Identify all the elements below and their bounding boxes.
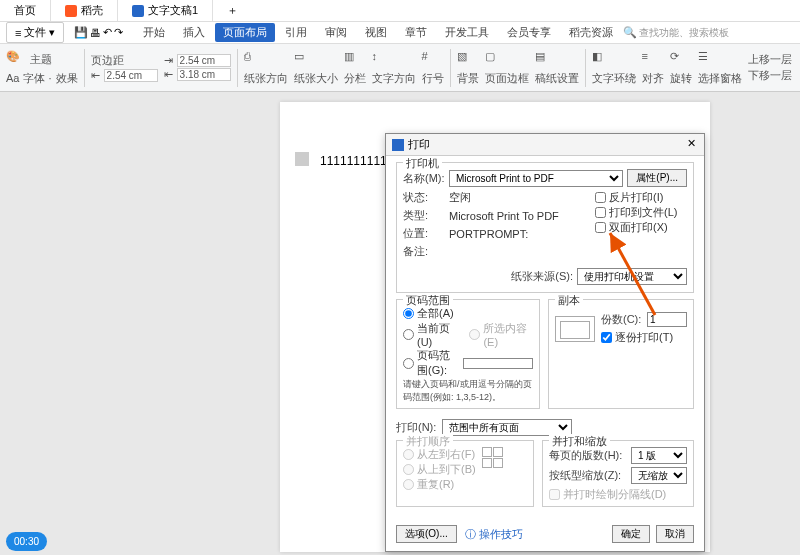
align-icon[interactable]: ≡ <box>642 50 662 70</box>
tofile-checkbox[interactable] <box>595 207 606 218</box>
pages-input[interactable] <box>463 358 533 369</box>
range-group: 页码范围 全部(A) 当前页(U) 所选内容(E) 页码范围(G): 请键入页码… <box>396 299 540 409</box>
pages-per-sheet-select[interactable]: 1 版 <box>631 447 687 464</box>
printer-group: 打印机 名称(M): Microsoft Print to PDF 属性(P).… <box>396 162 694 293</box>
time-badge: 00:30 <box>6 532 47 551</box>
margin-left[interactable]: 2.54 cm <box>104 69 158 82</box>
pagesize-icon[interactable]: ▭ <box>294 50 314 70</box>
orientation-icon[interactable]: ⎙ <box>244 50 264 70</box>
tab-app[interactable]: 稻壳 <box>51 0 118 21</box>
paper-icon[interactable]: ▤ <box>535 50 555 70</box>
margin-top[interactable]: 2.54 cm <box>177 54 231 67</box>
scale-select[interactable]: 无缩放 <box>631 467 687 484</box>
tips-link[interactable]: ⓘ 操作技巧 <box>465 527 523 542</box>
qat-save-icon[interactable]: 💾 <box>74 26 88 39</box>
lineno-icon[interactable]: # <box>422 50 442 70</box>
flame-icon <box>65 5 77 17</box>
dialog-title: 打印 <box>408 137 430 152</box>
border-icon[interactable]: ▢ <box>485 50 505 70</box>
effects-button[interactable]: 效果 <box>56 71 78 86</box>
menu-section[interactable]: 章节 <box>397 23 435 42</box>
bring-forward[interactable]: 上移一层 <box>748 52 792 67</box>
margin-bottom[interactable]: 3.18 cm <box>177 68 231 81</box>
scale-group: 并打和缩放 每页的版数(H):1 版 按纸型缩放(Z):无缩放 并打时绘制分隔线… <box>542 440 694 507</box>
menu-layout[interactable]: 页面布局 <box>215 23 275 42</box>
copies-input[interactable] <box>647 312 687 327</box>
page-marker-icon <box>295 152 309 166</box>
range-all-radio[interactable] <box>403 308 414 319</box>
selpane-icon[interactable]: ☰ <box>698 50 718 70</box>
range-sel-radio <box>469 329 480 340</box>
wrap-icon[interactable]: ◧ <box>592 50 612 70</box>
pages-note: 请键入页码和/或用逗号分隔的页码范围(例如: 1,3,5-12)。 <box>403 378 533 404</box>
order-preview-icon <box>482 447 503 492</box>
search-placeholder[interactable]: 查找功能、搜索模板 <box>639 26 729 40</box>
close-icon[interactable]: ✕ <box>684 138 698 152</box>
columns-icon[interactable]: ▥ <box>344 50 364 70</box>
draw-border-checkbox <box>549 489 560 500</box>
qat-print-icon[interactable]: 🖶 <box>90 27 101 39</box>
reverse-checkbox[interactable] <box>595 192 606 203</box>
send-backward[interactable]: 下移一层 <box>748 68 792 83</box>
order-repeat-radio <box>403 479 414 490</box>
printer-type: Microsoft Print To PDF <box>449 210 559 222</box>
menu-vip[interactable]: 会员专享 <box>499 23 559 42</box>
cancel-button[interactable]: 取消 <box>656 525 694 543</box>
search-icon[interactable]: 🔍 <box>623 26 637 39</box>
range-pages-radio[interactable] <box>403 358 414 369</box>
doc-icon <box>132 5 144 17</box>
print-dialog: 打印 ✕ 打印机 名称(M): Microsoft Print to PDF 属… <box>385 133 705 552</box>
grp-theme: 🎨主题 Aa 字体·效果 <box>6 50 78 86</box>
printer-icon <box>392 139 404 151</box>
grp-margin: 页边距 ⇤2.54 cm <box>91 53 158 82</box>
duplex-checkbox[interactable] <box>595 222 606 233</box>
tab-home[interactable]: 首页 <box>0 0 51 21</box>
file-menu[interactable]: ≡文件▾ <box>6 22 64 43</box>
palette-icon[interactable]: 🎨 <box>6 50 26 70</box>
collate-checkbox[interactable] <box>601 332 612 343</box>
printer-where: PORTPROMPT: <box>449 228 528 240</box>
dialog-titlebar[interactable]: 打印 ✕ <box>386 134 704 156</box>
tab-doc[interactable]: 文字文稿1 <box>118 0 213 21</box>
order-lr-radio <box>403 449 414 460</box>
bg-icon[interactable]: ▧ <box>457 50 477 70</box>
qat-undo-icon[interactable]: ↶ <box>103 26 112 39</box>
printer-status: 空闲 <box>449 190 471 205</box>
rotate-icon[interactable]: ⟳ <box>670 50 690 70</box>
menu-review[interactable]: 审阅 <box>317 23 355 42</box>
ribbon: 🎨主题 Aa 字体·效果 页边距 ⇤2.54 cm ⇥2.54 cm ⇤3.18… <box>0 44 800 92</box>
menu-res[interactable]: 稻壳资源 <box>561 23 621 42</box>
menu-view[interactable]: 视图 <box>357 23 395 42</box>
menu-start[interactable]: 开始 <box>135 23 173 42</box>
order-group: 并打顺序 从左到右(F) 从上到下(B) 重复(R) <box>396 440 534 507</box>
menu-dev[interactable]: 开发工具 <box>437 23 497 42</box>
printer-select[interactable]: Microsoft Print to PDF <box>449 170 623 187</box>
menu-insert[interactable]: 插入 <box>175 23 213 42</box>
range-current-radio[interactable] <box>403 329 414 340</box>
copies-group: 副本 份数(C): 逐份打印(T) <box>548 299 694 409</box>
options-button[interactable]: 选项(O)... <box>396 525 457 543</box>
qat-redo-icon[interactable]: ↷ <box>114 26 123 39</box>
fonts-button[interactable]: Aa 字体 <box>6 71 45 86</box>
textdir-icon[interactable]: ↕ <box>372 50 392 70</box>
paper-source-select[interactable]: 使用打印机设置 <box>577 268 687 285</box>
menubar: ≡文件▾ 💾 🖶 ↶ ↷ 开始 插入 页面布局 引用 审阅 视图 章节 开发工具… <box>0 22 800 44</box>
tab-new[interactable]: ＋ <box>213 0 252 21</box>
ok-button[interactable]: 确定 <box>612 525 650 543</box>
order-tb-radio <box>403 464 414 475</box>
app-tabs: 首页 稻壳 文字文稿1 ＋ <box>0 0 800 22</box>
menu-ref[interactable]: 引用 <box>277 23 315 42</box>
collate-preview-icon <box>555 316 595 342</box>
properties-button[interactable]: 属性(P)... <box>627 169 687 187</box>
